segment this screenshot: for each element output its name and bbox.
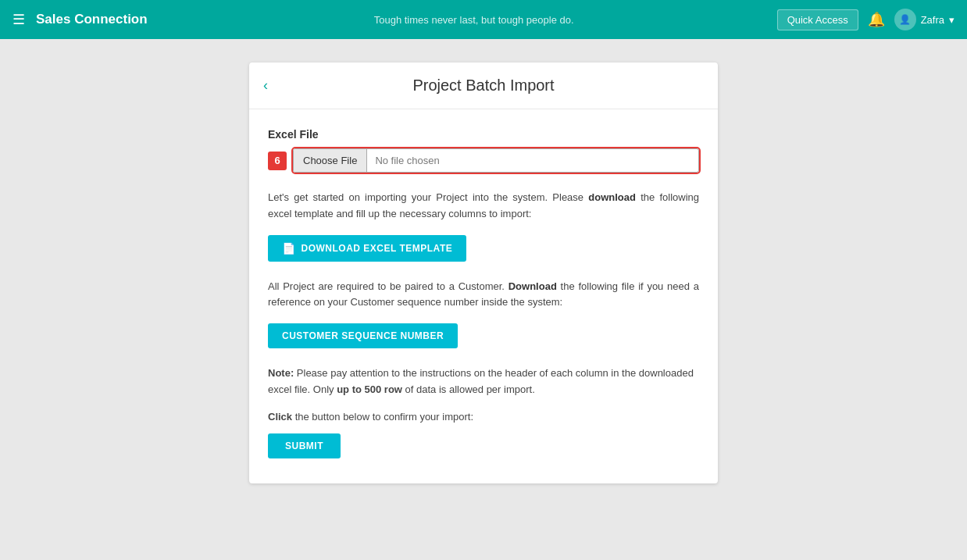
file-icon: 📄	[282, 242, 296, 255]
step-badge: 6	[268, 152, 287, 170]
back-button[interactable]: ‹	[263, 77, 268, 94]
desc2-bold: Download	[508, 280, 557, 292]
avatar: 👤	[894, 9, 916, 30]
file-chosen-text: No file chosen	[367, 149, 447, 172]
description-text-1: Let's get started on importing your Proj…	[268, 190, 699, 223]
card-body: Excel File 6 Choose File No file chosen …	[249, 109, 718, 483]
card-header: ‹ Project Batch Import	[249, 62, 718, 109]
desc1-start: Let's get started on importing your Proj…	[268, 191, 588, 203]
quick-access-button[interactable]: Quick Access	[777, 9, 858, 30]
choose-file-button[interactable]: Choose File	[294, 149, 367, 172]
note-text: Note: Please pay attention to the instru…	[268, 366, 699, 398]
description-text-2: All Project are required to be paired to…	[268, 279, 699, 312]
customer-seq-label: CUSTOMER SEQUENCE NUMBER	[282, 330, 444, 341]
header: ☰ Sales Connection Tough times never las…	[0, 0, 967, 39]
username: Zafra	[921, 14, 944, 26]
click-text: Click the button below to confirm your i…	[268, 411, 699, 423]
main-content: ‹ Project Batch Import Excel File 6 Choo…	[0, 39, 967, 507]
user-menu[interactable]: 👤 Zafra ▾	[894, 9, 955, 30]
header-actions: Quick Access 🔔 👤 Zafra ▾	[777, 9, 955, 30]
excel-file-label: Excel File	[268, 128, 699, 141]
note-bold: up to 500 row	[337, 383, 402, 395]
notification-bell-icon[interactable]: 🔔	[868, 11, 885, 28]
desc1-bold: download	[588, 191, 636, 203]
file-input-row: 6 Choose File No file chosen	[268, 148, 699, 173]
file-input-wrapper: Choose File No file chosen	[293, 148, 699, 173]
click-body: the button below to confirm your import:	[292, 411, 473, 423]
note-end: of data is allowed per import.	[402, 383, 535, 395]
menu-icon[interactable]: ☰	[12, 11, 25, 28]
tagline: Tough times never last, but tough people…	[171, 14, 777, 26]
download-btn-label: DOWNLOAD EXCEL TEMPLATE	[302, 243, 453, 254]
download-excel-template-button[interactable]: 📄 DOWNLOAD EXCEL TEMPLATE	[268, 235, 466, 262]
note-label: Note:	[268, 367, 294, 379]
submit-button[interactable]: SUBMIT	[268, 433, 341, 458]
card: ‹ Project Batch Import Excel File 6 Choo…	[249, 62, 718, 483]
page-title: Project Batch Import	[268, 77, 699, 95]
click-label: Click	[268, 411, 292, 423]
chevron-down-icon: ▾	[949, 14, 955, 26]
desc2-start: All Project are required to be paired to…	[268, 280, 508, 292]
brand-name: Sales Connection	[36, 12, 148, 27]
customer-sequence-number-button[interactable]: CUSTOMER SEQUENCE NUMBER	[268, 323, 458, 348]
